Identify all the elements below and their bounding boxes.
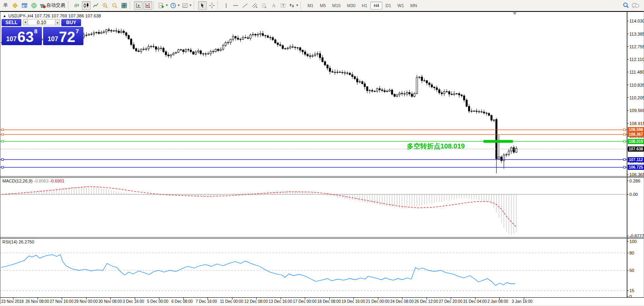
templates-button[interactable]: ▼ — [181, 1, 193, 10]
fibonacci-button[interactable]: F — [260, 1, 268, 10]
tab-timeframe-m30[interactable]: M30 — [344, 2, 359, 10]
trade-panel-top-row: SELL ▼ 0.10 ▲ BUY — [2, 19, 85, 26]
time-axis-label: 30 Nov 08:00 — [98, 299, 122, 304]
clock-icon — [170, 2, 176, 9]
buy-button[interactable]: BUY — [61, 19, 81, 26]
vertical-line-icon — [223, 2, 229, 9]
macd-name: MACD(12,26,9) — [2, 179, 32, 183]
indicators-icon — [158, 2, 164, 9]
time-axis-label: 7 Dec 16:00 — [196, 299, 217, 304]
chat-button[interactable] — [631, 1, 640, 10]
toolbar-right — [621, 1, 640, 10]
search-button[interactable] — [621, 1, 630, 10]
price-axis-label: 111.480 — [629, 70, 644, 74]
time-axis-label: 3 Dec 16:00 — [123, 299, 144, 304]
arrows-icon — [289, 2, 295, 9]
chart-shift-marker[interactable] — [513, 12, 517, 15]
rsi-name: RSI(14) — [2, 239, 17, 244]
tab-timeframe-mn[interactable]: MN — [407, 2, 420, 10]
price-scale-border — [627, 12, 627, 297]
price-axis-label: 110.835 — [629, 83, 644, 87]
text-icon: A — [270, 2, 277, 9]
price-axis-label: 112.110 — [629, 57, 644, 62]
navigator-button[interactable] — [30, 1, 38, 10]
tab-timeframe-d1[interactable]: D1 — [382, 2, 394, 10]
tab-timeframe-m5[interactable]: M5 — [317, 2, 329, 10]
toolbar-separator — [194, 2, 197, 10]
tab-timeframe-w1[interactable]: W1 — [394, 2, 407, 10]
price-axis-label: 110.205 — [629, 95, 644, 100]
toolbar-separator — [153, 2, 157, 10]
tile-windows-icon — [121, 2, 127, 9]
arrows-button[interactable]: ▼ — [288, 1, 299, 10]
price-tag: 106.725 — [628, 165, 644, 170]
templates-dropdown-arrow[interactable]: ▼ — [189, 4, 192, 7]
auto-scroll-button[interactable] — [134, 1, 143, 10]
zoom-out-button[interactable] — [110, 1, 119, 10]
equidistant-channel-button[interactable]: E — [250, 1, 259, 10]
volume-decrease-button[interactable]: ▼ — [23, 19, 28, 25]
trendline-button[interactable] — [241, 1, 249, 10]
tab-timeframe-m1[interactable]: M1 — [304, 2, 317, 10]
horizontal-line-button[interactable] — [231, 1, 240, 10]
time-axis-label: 19 Dec 16:00 — [342, 299, 365, 304]
one-click-trading-panel: SELL ▼ 0.10 ▲ BUY 107 63 8 107 72 7 — [2, 19, 85, 45]
svg-text:A: A — [272, 3, 276, 8]
text-label-button[interactable]: T — [279, 1, 287, 10]
tab-timeframe-h4[interactable]: H4 — [370, 2, 382, 10]
macd-pane[interactable]: MACD(12,26,9) -0.8063 -0.6901 0.2860.00-… — [0, 178, 644, 237]
cursor-button[interactable] — [198, 1, 207, 10]
time-axis-label: 5 Dec 00:00 — [147, 299, 168, 304]
candlestick-chart[interactable] — [0, 12, 644, 176]
navigator-icon — [31, 2, 37, 9]
new-order-button[interactable]: 单 — [1, 1, 10, 10]
time-axis-label: 31 Dec 04:00 — [463, 299, 487, 304]
sell-price-button[interactable]: 107 63 8 — [2, 27, 42, 45]
price-pane[interactable]: ▲ USDJPY-,H4 107.726 107.769 107.386 107… — [0, 12, 644, 176]
time-axis-label: 17 Dec 00:00 — [293, 299, 317, 304]
one-click-collapse-icon[interactable]: ▲ — [3, 14, 6, 18]
tile-windows-button[interactable] — [120, 1, 128, 10]
candlestick-chart-button[interactable] — [82, 1, 91, 10]
time-axis-label: 26 Nov 08:00 — [26, 299, 49, 304]
chart-title: ▲ USDJPY-,H4 107.726 107.769 107.386 107… — [3, 13, 101, 18]
time-axis-label: 26 Dec 12:00 — [415, 299, 438, 304]
time-axis-label: 2 Jan 08:00 — [487, 299, 508, 304]
macd-signal-value: -0.6901 — [50, 179, 64, 183]
arrows-dropdown-arrow[interactable]: ▼ — [296, 4, 299, 7]
buy-price-button[interactable]: 107 72 7 — [43, 27, 83, 45]
time-axis-label: 24 Dec 08:00 — [390, 299, 414, 304]
indicators-dropdown-arrow[interactable]: ▼ — [165, 4, 168, 7]
rsi-pane[interactable]: RSI(14) 26.2750 1008050150 — [0, 239, 644, 297]
periods-button[interactable]: ▼ — [170, 1, 181, 10]
chat-icon — [631, 2, 639, 9]
auto-scroll-icon — [135, 2, 142, 9]
crosshair-button[interactable] — [208, 1, 216, 10]
sell-button[interactable]: SELL — [2, 19, 21, 26]
price-axis-label: 108.915 — [629, 121, 644, 126]
volume-increase-button[interactable]: ▲ — [55, 19, 60, 25]
zoom-out-icon — [111, 2, 118, 9]
time-axis-label: 3 Jan 16:00 — [512, 299, 533, 304]
tab-timeframe-h1[interactable]: H1 — [359, 2, 370, 10]
line-chart-button[interactable] — [91, 1, 100, 10]
vertical-line-button[interactable] — [222, 1, 230, 10]
time-axis-label: 27 Nov 16:00 — [50, 299, 74, 304]
sell-price-pips: 63 — [17, 30, 34, 44]
sell-price-point: 8 — [34, 28, 37, 34]
indicators-button[interactable]: ▼ — [158, 1, 169, 10]
market-watch-button[interactable] — [20, 1, 29, 10]
periods-dropdown-arrow[interactable]: ▼ — [177, 4, 180, 7]
tab-timeframe-m15[interactable]: M15 — [329, 2, 344, 10]
time-axis-label: 27 Dec 20:00 — [439, 299, 463, 304]
zoom-in-button[interactable] — [101, 1, 110, 10]
volume-input[interactable]: 0.10 — [28, 19, 55, 25]
autotrading-button[interactable]: 自动交易 — [39, 1, 67, 10]
pivot-annotation[interactable]: 多空转折点108.019 — [407, 142, 465, 151]
macd-axis-label: -0.8777 — [629, 234, 644, 237]
text-button[interactable]: A — [269, 1, 278, 10]
bar-chart-button[interactable] — [72, 1, 81, 10]
time-axis[interactable]: 23 Nov 201826 Nov 08:0027 Nov 16:0029 No… — [0, 297, 644, 305]
chart-shift-button[interactable] — [144, 1, 152, 10]
profiles-button[interactable] — [11, 1, 19, 10]
